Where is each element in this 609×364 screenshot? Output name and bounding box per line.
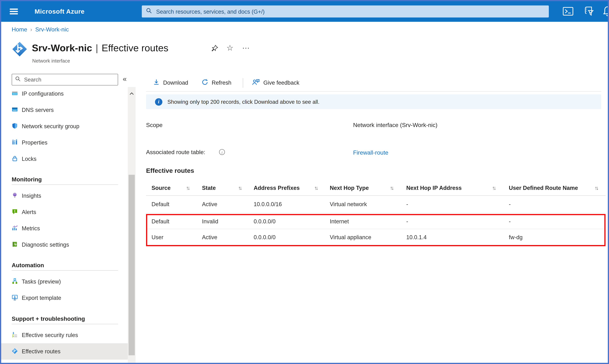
- route-table-link[interactable]: Firewall-route: [353, 149, 389, 156]
- sidebar-item-export-template[interactable]: Export template: [1, 290, 128, 306]
- sidebar-heading-monitoring: Monitoring: [12, 176, 42, 182]
- give-feedback-button[interactable]: Give feedback: [252, 74, 299, 91]
- sort-icon[interactable]: ↑↓: [595, 185, 597, 191]
- sidebar-item-label: Properties: [22, 140, 47, 146]
- export-template-icon: [12, 294, 18, 302]
- table-cell: -: [406, 218, 408, 224]
- table-row: User Active 0.0.0.0/0 Virtual appliance …: [146, 229, 605, 245]
- table-row: Default Active 10.0.0.0/16 Virtual netwo…: [146, 196, 605, 213]
- sidebar-heading-automation: Automation: [12, 262, 44, 268]
- column-header-next-hop-type[interactable]: Next Hop Type: [330, 185, 369, 191]
- sidebar-search[interactable]: [12, 74, 118, 86]
- search-icon: [15, 76, 21, 83]
- ip-configurations-icon: [12, 90, 18, 97]
- table-cell: Virtual network: [330, 201, 367, 207]
- column-header-state[interactable]: State: [202, 185, 216, 191]
- table-cell: Virtual appliance: [330, 234, 371, 240]
- global-search-input[interactable]: [155, 8, 544, 15]
- sidebar-item-label: Diagnostic settings: [22, 242, 69, 248]
- table-cell: -: [509, 201, 511, 207]
- row-divider: [146, 213, 605, 213]
- table-cell: 10.0.1.4: [406, 234, 427, 240]
- table-cell: 10.0.0.0/16: [254, 201, 282, 207]
- table-cell: Invalid: [202, 218, 218, 224]
- sidebar-item-label: Network security group: [22, 123, 79, 129]
- sort-icon[interactable]: ↑↓: [390, 185, 393, 191]
- sidebar-item-properties[interactable]: Properties: [1, 134, 128, 151]
- table-header-row: Source↑↓ State↑↓ Address Prefixes↑↓ Next…: [146, 181, 605, 195]
- sidebar-item-effective-routes[interactable]: Effective routes: [1, 343, 128, 360]
- sidebar-collapse-icon[interactable]: «: [123, 75, 127, 83]
- sort-icon[interactable]: ↑↓: [492, 185, 495, 191]
- sidebar-item-label: Alerts: [22, 209, 36, 215]
- column-header-next-hop-ip[interactable]: Next Hop IP Address: [406, 185, 462, 191]
- sidebar-item-dns-servers[interactable]: www DNS servers: [1, 102, 128, 118]
- scope-label: Scope: [146, 121, 162, 128]
- breadcrumb-home-link[interactable]: Home: [12, 26, 27, 33]
- refresh-icon: [202, 79, 208, 87]
- sidebar-item-effective-security-rules[interactable]: Effective security rules: [1, 327, 128, 343]
- download-button[interactable]: Download: [153, 74, 188, 91]
- divider: [12, 324, 118, 324]
- sidebar-scrollbar-thumb[interactable]: [129, 175, 135, 355]
- column-header-address-prefixes[interactable]: Address Prefixes: [254, 185, 300, 191]
- sidebar-item-insights[interactable]: Insights: [1, 188, 128, 204]
- scope-value: Network interface (Srv-Work-nic): [353, 121, 438, 128]
- properties-icon: [12, 139, 18, 146]
- sidebar-item-network-security-group[interactable]: Network security group: [1, 118, 128, 134]
- directory-filter-icon[interactable]: [583, 6, 594, 18]
- sidebar-item-tasks-preview[interactable]: Tasks (preview): [1, 273, 128, 290]
- refresh-button[interactable]: Refresh: [202, 74, 232, 91]
- pin-icon[interactable]: [211, 45, 218, 53]
- download-icon: [153, 79, 160, 87]
- divider: [146, 91, 601, 92]
- sidebar-item-label: IP configurations: [22, 91, 64, 97]
- scrollbar-up-icon[interactable]: [130, 90, 134, 97]
- more-actions-icon[interactable]: …: [242, 41, 250, 50]
- column-header-source[interactable]: Source: [152, 185, 171, 191]
- sort-icon[interactable]: ↑↓: [186, 185, 189, 191]
- sidebar-item-diagnostic-settings[interactable]: Diagnostic settings: [1, 236, 128, 253]
- sidebar-item-label: DNS servers: [22, 107, 54, 113]
- notifications-bell-icon[interactable]: [602, 6, 609, 18]
- table-row: Default Invalid 0.0.0.0/0 Internet - -: [146, 214, 605, 229]
- lock-icon: [12, 155, 18, 163]
- favorite-star-icon[interactable]: ☆: [227, 43, 233, 52]
- route-table-label: Associated route table:: [146, 149, 205, 156]
- effective-routes-section-title: Effective routes: [146, 167, 194, 174]
- table-cell: -: [406, 201, 408, 207]
- breadcrumb: Home›Srv-Work-nic: [12, 26, 69, 33]
- download-label: Download: [163, 79, 188, 86]
- sidebar-search-input[interactable]: [23, 76, 115, 83]
- sidebar-item-label: Insights: [22, 193, 41, 199]
- cloud-shell-icon[interactable]: [563, 7, 573, 17]
- breadcrumb-separator: ›: [30, 26, 32, 33]
- info-tooltip-icon[interactable]: i: [219, 149, 225, 155]
- table-cell: 0.0.0.0/0: [254, 218, 276, 224]
- sidebar-item-label: Effective security rules: [22, 332, 78, 338]
- page-title-separator: |: [96, 42, 98, 53]
- sidebar-item-ip-configurations[interactable]: IP configurations: [1, 86, 128, 102]
- sort-icon[interactable]: ↑↓: [238, 185, 241, 191]
- security-rules-checklist-icon: [12, 331, 18, 339]
- refresh-label: Refresh: [212, 79, 232, 86]
- hamburger-menu-icon[interactable]: [10, 9, 18, 14]
- tasks-flowchart-icon: [12, 278, 18, 285]
- sort-icon[interactable]: ↑↓: [314, 185, 317, 191]
- table-cell: Active: [202, 234, 217, 240]
- sidebar-item-locks[interactable]: Locks: [1, 151, 128, 167]
- table-cell: fw-dg: [509, 234, 523, 240]
- diagnostics-book-icon: [12, 241, 18, 248]
- effective-routes-icon: [12, 348, 18, 355]
- shield-icon: [12, 123, 18, 130]
- sidebar-item-metrics[interactable]: Metrics: [1, 220, 128, 236]
- sidebar-item-label: Export template: [22, 295, 61, 301]
- sidebar-item-alerts[interactable]: Alerts: [1, 204, 128, 220]
- toolbar-separator: [243, 78, 243, 88]
- table-cell: Default: [152, 218, 169, 224]
- column-header-udr-name[interactable]: User Defined Route Name: [509, 185, 578, 191]
- page-subtitle: Network interface: [32, 58, 70, 64]
- global-search[interactable]: [142, 5, 549, 17]
- breadcrumb-current-link[interactable]: Srv-Work-nic: [35, 26, 69, 33]
- table-cell: -: [509, 218, 511, 224]
